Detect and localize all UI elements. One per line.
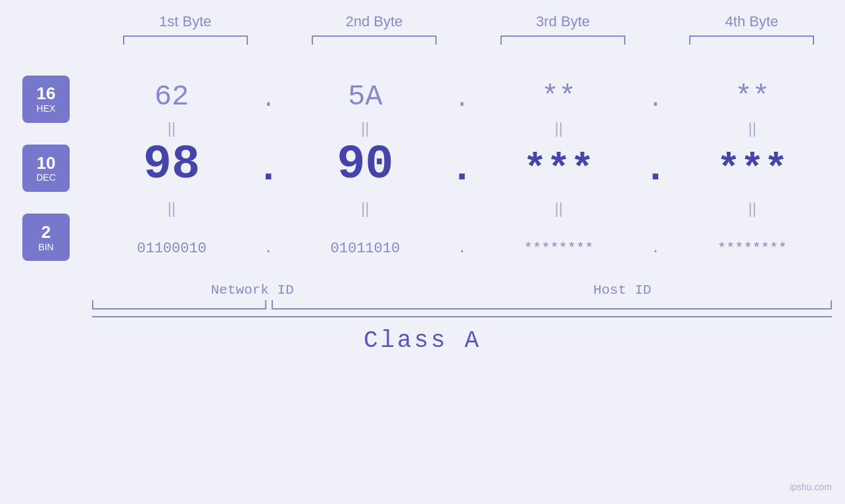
equals-row-1: || || || || [92,118,832,138]
bin-row: 01100010 . 01011010 . ******** . [92,218,832,279]
hex-b3: ** [487,80,631,113]
bin-badge-label: BIN [38,242,53,252]
class-label: Class A [364,327,481,354]
dec-b4: *** [680,147,825,192]
bracket-byte4 [689,35,814,45]
bottom-id-section: Network ID Host ID [0,283,845,324]
hex-dot3: . [646,86,665,113]
bottom-bracket-row [92,300,832,309]
byte1-header: 1st Byte [113,13,258,30]
network-id-bracket [92,300,266,309]
hex-b4: ** [680,80,825,113]
dec-b3: *** [487,147,631,192]
hex-badge-number: 16 [37,84,56,103]
byte-headers: 1st Byte 2nd Byte 3rd Byte 4th Byte [107,13,831,30]
hex-b2: 5A [293,80,437,113]
hex-row: 62 . 5A . ** . ** [92,58,832,118]
main-container: 1st Byte 2nd Byte 3rd Byte 4th Byte 16 H… [0,0,845,504]
host-id-bracket [272,300,832,309]
byte2-header: 2nd Byte [302,13,447,30]
bracket-byte3 [500,35,625,45]
bin-dot2: . [452,241,471,257]
dec-badge-number: 10 [37,154,56,173]
equals-row-2: || || || || [92,198,832,218]
full-width-line [92,316,832,317]
dec-dot1: . [258,149,278,192]
class-label-container: Class A [0,327,845,354]
bracket-byte1 [123,35,248,45]
hex-dot2: . [452,86,471,113]
bin-dot3: . [646,241,665,257]
bracket-byte2 [312,35,437,45]
byte3-header: 3rd Byte [491,13,635,30]
dec-row: 98 . 90 . *** . *** [92,138,832,198]
values-grid: 62 . 5A . ** . ** [92,58,845,279]
bin-badge: 2 BIN [22,214,70,261]
byte4-header: 4th Byte [679,13,824,30]
hex-badge: 16 HEX [22,76,70,123]
dec-b2: 90 [293,138,437,192]
hex-b1: 62 [99,80,244,113]
content-area: 16 HEX 10 DEC 2 BIN 62 . [0,58,845,279]
bin-b2: 01011010 [293,241,437,257]
dec-badge: 10 DEC [22,145,70,192]
bin-b4: ******** [680,241,825,257]
hex-dot1: . [258,86,278,113]
network-id-label: Network ID [105,283,400,298]
host-id-label: Host ID [425,283,819,298]
badges-column: 16 HEX 10 DEC 2 BIN [0,58,92,279]
watermark: ipshu.com [790,482,832,492]
bin-badge-number: 2 [41,223,51,242]
hex-badge-label: HEX [37,103,56,114]
bin-b3: ******** [487,241,631,257]
dec-badge-label: DEC [36,172,56,183]
bin-dot1: . [258,241,278,257]
top-brackets [107,35,831,45]
dec-b1: 98 [99,138,244,192]
dec-dot2: . [452,149,471,192]
dec-dot3: . [646,149,665,192]
bin-b1: 01100010 [99,241,244,257]
id-labels-row: Network ID Host ID [92,283,832,298]
